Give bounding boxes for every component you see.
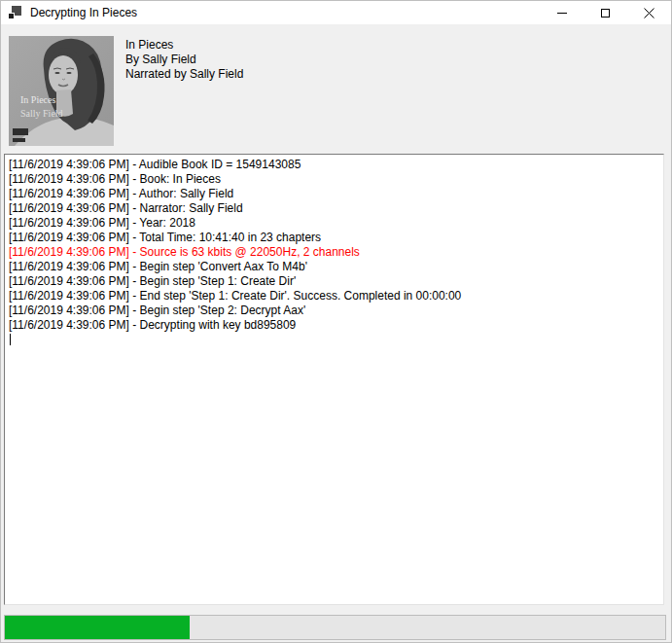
- text-caret: [10, 334, 11, 345]
- log-line: [11/6/2019 4:39:06 PM] - End step 'Step …: [9, 289, 661, 304]
- log-line: [11/6/2019 4:39:06 PM] - Book: In Pieces: [9, 172, 661, 187]
- maximize-button[interactable]: [584, 1, 627, 24]
- log-line: [11/6/2019 4:39:06 PM] - Decrypting with…: [9, 318, 661, 333]
- window-controls: [540, 1, 671, 24]
- book-author: By Sally Field: [125, 53, 243, 67]
- log-output-textbox[interactable]: [11/6/2019 4:39:06 PM] - Audible Book ID…: [4, 154, 664, 605]
- close-button[interactable]: [627, 1, 671, 24]
- minimize-icon: [557, 13, 567, 14]
- log-line: [11/6/2019 4:39:06 PM] - Begin step 'Ste…: [9, 274, 661, 289]
- close-icon: [644, 8, 654, 18]
- log-line: [11/6/2019 4:39:06 PM] - Begin step 'Con…: [9, 260, 661, 274]
- log-line: [11/6/2019 4:39:06 PM] - Year: 2018: [9, 216, 661, 231]
- cover-author-text: Sally Field: [20, 108, 63, 119]
- cover-title-text: In Pieces: [20, 94, 55, 105]
- title-bar: Decrypting In Pieces: [1, 1, 671, 24]
- progress-fill: [5, 616, 190, 639]
- log-line: [11/6/2019 4:39:06 PM] - Narrator: Sally…: [9, 201, 661, 216]
- window-title: Decrypting In Pieces: [30, 6, 137, 19]
- maximize-icon: [601, 9, 610, 18]
- cover-badge: [13, 128, 28, 135]
- log-line: [11/6/2019 4:39:06 PM] - Author: Sally F…: [9, 187, 661, 201]
- log-line: [11/6/2019 4:39:06 PM] - Begin step 'Ste…: [9, 304, 661, 318]
- book-cover-art: In Pieces Sally Field: [9, 36, 114, 146]
- book-cover-image: In Pieces Sally Field: [9, 36, 114, 146]
- book-title: In Pieces: [125, 38, 243, 53]
- log-line: [11/6/2019 4:39:06 PM] - Source is 63 kb…: [9, 245, 661, 260]
- app-icon: [8, 6, 21, 19]
- book-narrator: Narrated by Sally Field: [125, 67, 243, 82]
- progress-bar: [4, 615, 666, 640]
- minimize-button[interactable]: [540, 1, 584, 24]
- app-window: Decrypting In Pieces: [0, 0, 672, 643]
- app-icon-square-small: [8, 13, 15, 19]
- book-info: In Pieces By Sally Field Narrated by Sal…: [125, 38, 243, 82]
- log-line: [11/6/2019 4:39:06 PM] - Audible Book ID…: [9, 158, 661, 172]
- log-line: [11/6/2019 4:39:06 PM] - Total Time: 10:…: [9, 231, 661, 245]
- log-lines: [11/6/2019 4:39:06 PM] - Audible Book ID…: [9, 158, 661, 333]
- cover-badge-small: [13, 138, 25, 142]
